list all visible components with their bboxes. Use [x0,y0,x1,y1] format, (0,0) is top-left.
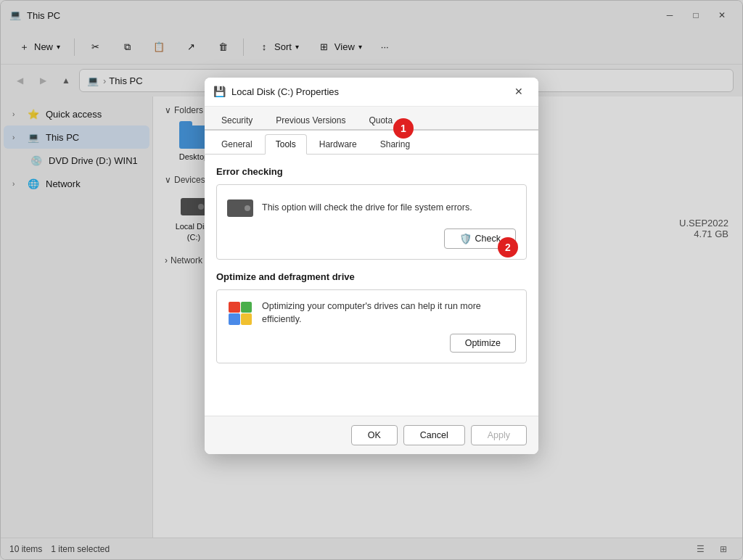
tab-sharing[interactable]: Sharing [369,134,421,155]
tab-previous-versions[interactable]: Previous Versions [265,110,356,130]
optimize-title: Optimize and defragment drive [216,271,527,282]
dialog-title-icon: 💾 [213,86,226,97]
dialog-footer: OK Cancel Apply [205,416,538,454]
optimize-desc: Optimizing your computer's drives can he… [262,300,516,326]
badge-1: 1 [393,118,414,139]
modal-overlay: 💾 Local Disk (C:) Properties ✕ Security … [0,0,743,560]
tab-hardware[interactable]: Hardware [308,134,368,155]
check-btn-wrap: 🛡️ Check [227,228,516,249]
check-shield-icon: 🛡️ [459,233,472,244]
error-checking-row: This option will check the drive for fil… [227,195,516,221]
optimize-button[interactable]: Optimize [450,334,516,353]
defrag-icon-wrap [227,300,253,326]
optimize-box: Optimizing your computer's drives can he… [216,289,527,363]
optimize-row: Optimizing your computer's drives can he… [227,300,516,326]
dialog-title-bar: 💾 Local Disk (C:) Properties ✕ [205,78,538,107]
optimize-btn-wrap: Optimize [227,334,516,353]
dialog-tabs-row2: General Tools Hardware Sharing [205,130,538,155]
dialog-title-text: Local Disk (C:) Properties [231,86,502,97]
hdd-section-icon [227,195,253,221]
apply-button[interactable]: Apply [471,425,527,445]
dialog-close-button[interactable]: ✕ [508,81,530,102]
ok-button[interactable]: OK [351,425,398,445]
cancel-button[interactable]: Cancel [403,425,465,445]
badge-2: 2 [498,237,518,258]
tab-tools[interactable]: Tools [265,134,307,155]
defrag-icon [229,302,252,325]
dialog-body: Error checking This option will check th… [205,155,538,416]
error-checking-box: This option will check the drive for fil… [216,184,527,260]
tab-security[interactable]: Security [210,110,263,130]
error-checking-desc: This option will check the drive for fil… [262,202,516,215]
tab-general[interactable]: General [210,134,263,155]
properties-dialog: 💾 Local Disk (C:) Properties ✕ Security … [205,78,538,454]
error-checking-title: Error checking [216,166,527,177]
dialog-tabs-row1: Security Previous Versions Quota [205,107,538,130]
